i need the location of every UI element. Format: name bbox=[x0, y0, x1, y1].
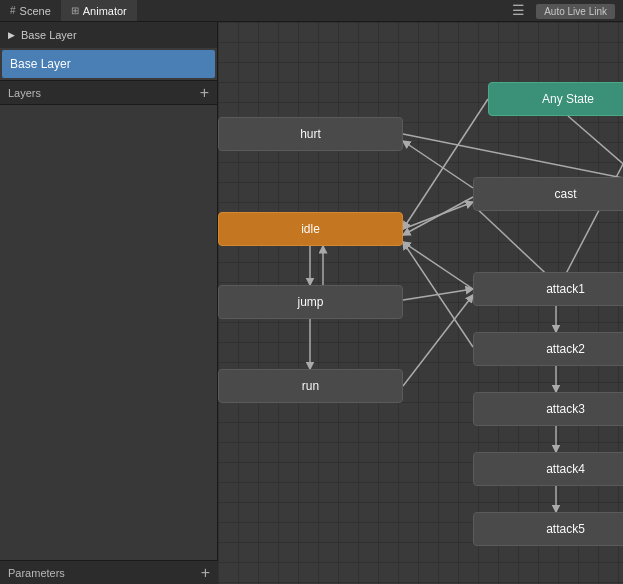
svg-line-4 bbox=[403, 141, 473, 188]
state-label-any-state: Any State bbox=[542, 92, 594, 106]
state-node-idle[interactable]: idle bbox=[218, 212, 403, 246]
base-layer-arrow-icon: ▶ bbox=[8, 30, 15, 40]
state-node-jump[interactable]: jump bbox=[218, 285, 403, 319]
state-label-idle: idle bbox=[301, 222, 320, 236]
layers-header: Layers + bbox=[0, 81, 217, 105]
add-layer-button[interactable]: + bbox=[200, 85, 209, 101]
state-node-run[interactable]: run bbox=[218, 369, 403, 403]
state-node-attack4[interactable]: attack4 bbox=[473, 452, 623, 486]
state-node-any-state[interactable]: Any State bbox=[488, 82, 623, 116]
state-label-jump: jump bbox=[297, 295, 323, 309]
base-layer-section: ▶ Base Layer Base Layer bbox=[0, 22, 217, 81]
svg-line-17 bbox=[403, 289, 473, 300]
base-layer-row[interactable]: Base Layer bbox=[2, 50, 215, 78]
top-bar: # Scene ⊞ Animator ☰ Auto Live Link bbox=[0, 0, 623, 22]
top-bar-right: ☰ Auto Live Link bbox=[512, 2, 623, 19]
parameters-section: Parameters + bbox=[0, 560, 218, 584]
state-node-attack3[interactable]: attack3 bbox=[473, 392, 623, 426]
state-node-attack2[interactable]: attack2 bbox=[473, 332, 623, 366]
auto-live-link-button[interactable]: Auto Live Link bbox=[536, 4, 615, 19]
state-node-hurt[interactable]: hurt bbox=[218, 117, 403, 151]
state-label-hurt: hurt bbox=[300, 127, 321, 141]
state-label-attack5: attack5 bbox=[546, 522, 585, 536]
layers-section: Layers + bbox=[0, 81, 217, 105]
base-layer-header[interactable]: ▶ Base Layer bbox=[0, 22, 217, 48]
svg-line-5 bbox=[403, 197, 473, 235]
animator-icon: ⊞ bbox=[71, 5, 79, 16]
canvas-area[interactable]: Any Statehurtcastidlejumprunattack1attac… bbox=[218, 22, 623, 584]
state-node-cast[interactable]: cast bbox=[473, 177, 623, 211]
menu-icon[interactable]: ☰ bbox=[512, 2, 525, 18]
state-label-attack4: attack4 bbox=[546, 462, 585, 476]
svg-line-11 bbox=[403, 242, 473, 289]
add-parameter-button[interactable]: + bbox=[201, 564, 210, 582]
state-label-attack2: attack2 bbox=[546, 342, 585, 356]
state-node-attack5[interactable]: attack5 bbox=[473, 512, 623, 546]
state-label-attack3: attack3 bbox=[546, 402, 585, 416]
state-label-run: run bbox=[302, 379, 319, 393]
svg-line-6 bbox=[403, 202, 473, 229]
tab-animator[interactable]: ⊞ Animator bbox=[61, 0, 137, 21]
tab-scene[interactable]: # Scene bbox=[0, 0, 61, 21]
scene-icon: # bbox=[10, 5, 16, 16]
state-label-attack1: attack1 bbox=[546, 282, 585, 296]
svg-line-16 bbox=[403, 295, 473, 386]
left-panel: ▶ Base Layer Base Layer Layers + Paramet… bbox=[0, 22, 218, 584]
state-node-attack1[interactable]: attack1 bbox=[473, 272, 623, 306]
svg-line-18 bbox=[403, 242, 473, 347]
state-label-cast: cast bbox=[554, 187, 576, 201]
